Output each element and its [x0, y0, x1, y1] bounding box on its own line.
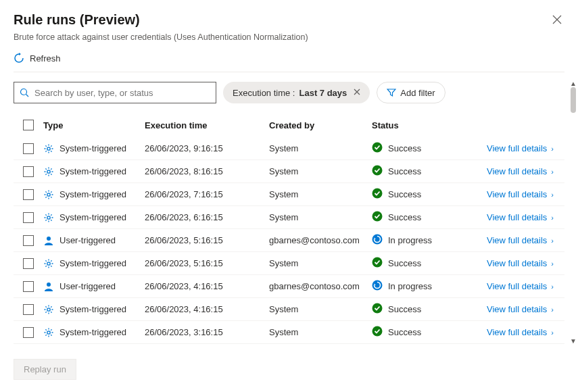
table-row[interactable]: System-triggered26/06/2023, 4:16:15Syste…	[14, 298, 564, 321]
select-all-checkbox[interactable]	[23, 120, 34, 130]
svg-point-12	[47, 262, 50, 264]
gear-icon	[43, 327, 54, 338]
svg-point-9	[372, 212, 383, 222]
row-checkbox[interactable]	[23, 281, 34, 292]
execution-time-cell: 26/06/2023, 5:16:15	[145, 258, 269, 268]
created-by-cell: System	[269, 327, 372, 337]
success-icon	[372, 303, 383, 316]
created-by-cell: System	[269, 258, 372, 268]
svg-point-8	[47, 216, 50, 218]
scrollbar[interactable]: ▲ ▼	[570, 80, 577, 345]
scroll-down-icon[interactable]: ▼	[570, 337, 577, 345]
table-row[interactable]: System-triggered26/06/2023, 6:16:15Syste…	[14, 206, 564, 229]
close-icon	[354, 89, 360, 95]
table-row[interactable]: System-triggered26/06/2023, 9:16:15Syste…	[14, 137, 564, 160]
gear-icon	[43, 212, 54, 223]
table-row[interactable]: System-triggered26/06/2023, 5:16:15Syste…	[14, 252, 564, 275]
svg-point-3	[372, 143, 383, 153]
scroll-up-icon[interactable]: ▲	[570, 80, 577, 87]
chevron-right-icon: ›	[551, 191, 554, 199]
refresh-label: Refresh	[30, 53, 61, 64]
refresh-icon	[14, 53, 24, 64]
table-row[interactable]: System-triggered26/06/2023, 3:16:15Syste…	[14, 321, 564, 344]
funnel-icon	[387, 88, 396, 97]
view-full-details-link[interactable]: View full details›	[458, 281, 564, 291]
chevron-right-icon: ›	[551, 237, 554, 245]
execution-time-cell: 26/06/2023, 4:16:15	[145, 281, 269, 291]
view-full-details-link[interactable]: View full details›	[458, 304, 564, 314]
execution-filter-prefix: Execution time :	[233, 88, 295, 98]
execution-time-cell: 26/06/2023, 6:16:15	[145, 212, 269, 222]
created-by-cell: gbarnes@contoso.com	[269, 281, 372, 291]
success-icon	[372, 188, 383, 201]
search-input[interactable]	[34, 88, 210, 98]
row-checkbox[interactable]	[23, 327, 34, 338]
svg-point-5	[372, 166, 383, 176]
svg-point-17	[372, 303, 383, 314]
execution-time-cell: 26/06/2023, 3:16:15	[145, 327, 269, 337]
execution-time-cell: 26/06/2023, 8:16:15	[145, 166, 269, 176]
row-checkbox[interactable]	[23, 189, 34, 200]
row-checkbox[interactable]	[23, 235, 34, 246]
table-row[interactable]: User-triggered26/06/2023, 4:16:15gbarnes…	[14, 275, 564, 298]
add-filter-button[interactable]: Add filter	[377, 82, 445, 103]
col-created-by[interactable]: Created by	[269, 120, 372, 130]
created-by-cell: System	[269, 143, 372, 153]
svg-point-16	[47, 308, 50, 310]
gear-icon	[43, 258, 54, 269]
type-label: User-triggered	[59, 235, 116, 245]
row-checkbox[interactable]	[23, 304, 34, 315]
execution-filter-clear[interactable]	[351, 88, 360, 97]
success-icon	[372, 211, 383, 224]
view-full-details-link[interactable]: View full details›	[458, 235, 564, 245]
status-label: Success	[388, 189, 421, 199]
view-full-details-link[interactable]: View full details›	[458, 327, 564, 337]
table-row[interactable]: User-triggered26/06/2023, 5:16:15gbarnes…	[14, 229, 564, 252]
execution-time-filter-chip[interactable]: Execution time : Last 7 days	[223, 82, 370, 103]
replay-run-button[interactable]: Replay run	[14, 359, 76, 380]
col-execution-time[interactable]: Execution time	[145, 120, 269, 130]
svg-point-10	[47, 237, 51, 241]
table-row[interactable]: System-triggered26/06/2023, 8:16:15Syste…	[14, 160, 564, 183]
view-full-details-link[interactable]: View full details›	[458, 189, 564, 199]
created-by-cell: System	[269, 166, 372, 176]
execution-time-cell: 26/06/2023, 9:16:15	[145, 143, 269, 153]
view-full-details-link[interactable]: View full details›	[458, 143, 564, 153]
chevron-right-icon: ›	[551, 260, 554, 268]
gear-icon	[43, 189, 54, 200]
col-type[interactable]: Type	[43, 120, 145, 130]
svg-point-4	[47, 170, 50, 172]
status-label: Success	[388, 304, 421, 314]
scroll-thumb[interactable]	[571, 87, 576, 113]
type-label: User-triggered	[59, 281, 116, 291]
row-checkbox[interactable]	[23, 212, 34, 223]
gear-icon	[43, 166, 54, 177]
search-input-wrapper[interactable]	[14, 82, 216, 103]
user-icon	[43, 281, 54, 292]
svg-point-18	[47, 330, 50, 333]
svg-point-2	[47, 147, 50, 149]
close-button[interactable]	[550, 12, 564, 30]
execution-filter-value: Last 7 days	[299, 88, 347, 98]
svg-line-1	[26, 95, 29, 97]
success-icon	[372, 142, 383, 155]
view-full-details-link[interactable]: View full details›	[458, 258, 564, 268]
refresh-button[interactable]: Refresh	[14, 51, 61, 65]
add-filter-label: Add filter	[400, 88, 435, 98]
col-status[interactable]: Status	[372, 120, 458, 130]
row-checkbox[interactable]	[23, 143, 34, 154]
svg-point-7	[372, 189, 383, 199]
status-label: Success	[388, 327, 421, 337]
type-label: System-triggered	[59, 189, 126, 199]
success-icon	[372, 326, 383, 339]
row-checkbox[interactable]	[23, 166, 34, 177]
view-full-details-link[interactable]: View full details›	[458, 166, 564, 176]
view-full-details-link[interactable]: View full details›	[458, 212, 564, 222]
row-checkbox[interactable]	[23, 258, 34, 269]
type-label: System-triggered	[59, 143, 126, 153]
execution-time-cell: 26/06/2023, 7:16:15	[145, 189, 269, 199]
gear-icon	[43, 143, 54, 154]
table-row[interactable]: System-triggered26/06/2023, 7:16:15Syste…	[14, 183, 564, 206]
created-by-cell: gbarnes@contoso.com	[269, 235, 372, 245]
status-label: Success	[388, 143, 421, 153]
